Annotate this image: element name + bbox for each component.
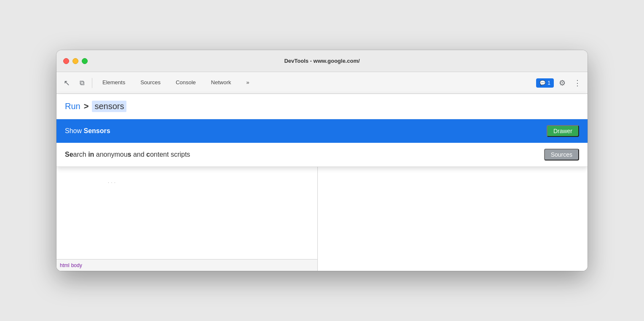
tab-elements[interactable]: Elements <box>96 72 132 94</box>
chat-icon: 💬 <box>539 80 546 86</box>
result-text-search-scripts: Search in anonymous and content scripts <box>65 151 190 158</box>
command-result-show-sensors[interactable]: Show Sensors Drawer <box>56 119 588 143</box>
toolbar-right: 💬 1 ⚙ ⋮ <box>536 76 584 90</box>
notification-button[interactable]: 💬 1 <box>536 78 554 88</box>
toolbar-divider-1 <box>92 78 92 88</box>
cursor-icon-button[interactable]: ↖ <box>60 76 73 90</box>
breadcrumb-body[interactable]: body <box>71 262 82 268</box>
maximize-button[interactable] <box>82 58 88 64</box>
result-highlight-sensors: Sensors <box>83 127 110 134</box>
gear-icon: ⚙ <box>559 78 566 88</box>
result-text-show-sensors: Show Sensors <box>65 127 110 135</box>
resize-handle-dots: · · · <box>108 180 116 185</box>
main-content: Run > sensors Show Sensors Drawer Search… <box>56 94 588 271</box>
cursor-icon: ↖ <box>64 78 70 88</box>
title-bar: DevTools - www.google.com/ <box>56 50 588 72</box>
breadcrumb-bar: html body <box>56 259 317 271</box>
command-palette: Run > sensors Show Sensors Drawer Search… <box>56 94 588 167</box>
more-button[interactable]: ⋮ <box>571 76 584 90</box>
result-badge-sources[interactable]: Sources <box>544 149 579 160</box>
notification-count: 1 <box>547 80 550 86</box>
minimize-button[interactable] <box>72 58 78 64</box>
command-arrow: > <box>84 102 89 111</box>
close-button[interactable] <box>63 58 69 64</box>
more-dots-icon: ⋮ <box>574 78 581 88</box>
tab-console[interactable]: Console <box>169 72 203 94</box>
toolbar: ↖ ⧉ Elements Sources Console Network » <box>56 72 588 94</box>
tab-more[interactable]: » <box>239 72 256 94</box>
command-input-text[interactable]: sensors <box>92 101 126 112</box>
breadcrumb-html[interactable]: html <box>60 262 70 268</box>
run-label: Run <box>65 102 80 111</box>
devtools-panel: ↖ ⧉ Elements Sources Console Network » <box>56 72 588 271</box>
device-icon-button[interactable]: ⧉ <box>75 76 89 90</box>
result-badge-drawer[interactable]: Drawer <box>547 125 579 137</box>
device-icon: ⧉ <box>80 79 84 87</box>
command-result-search-scripts[interactable]: Search in anonymous and content scripts … <box>56 143 588 166</box>
settings-button[interactable]: ⚙ <box>555 76 569 90</box>
traffic-lights <box>63 58 88 64</box>
tab-network[interactable]: Network <box>204 72 238 94</box>
window-title: DevTools - www.google.com/ <box>284 58 360 64</box>
devtools-window: DevTools - www.google.com/ ↖ ⧉ Elements … <box>56 50 588 271</box>
tab-sources[interactable]: Sources <box>134 72 167 94</box>
command-input-row: Run > sensors <box>56 94 588 119</box>
